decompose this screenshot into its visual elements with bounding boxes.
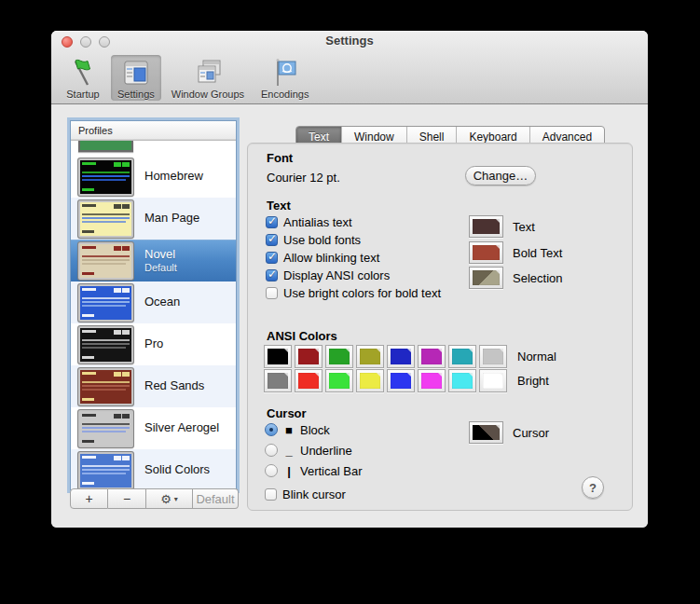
bold-text-color-well[interactable] [469, 241, 503, 264]
action-menu-button[interactable]: ⚙▾ [146, 488, 193, 509]
ansi-colors-heading: ANSI Colors [267, 329, 337, 343]
toolbar-item-encodings[interactable]: Encodings [254, 55, 315, 101]
radio-button [265, 464, 278, 477]
profiles-list-header[interactable]: Profiles [71, 121, 236, 141]
ansi-normal-label: Normal [517, 350, 556, 364]
help-button[interactable]: ? [582, 476, 604, 499]
profile-name: Man Page [144, 211, 199, 226]
ansi-well-white[interactable] [479, 345, 507, 368]
settings-panel: Font Courier 12 pt. Change… Text ✓ Antia… [247, 143, 633, 511]
profile-name: Solid Colors [144, 462, 210, 477]
ansi-well-magenta[interactable] [418, 345, 446, 368]
radio-block-cursor[interactable]: ■ Block [265, 422, 330, 437]
profiles-scroll-area[interactable]: Homebrew Man Page Novel Default Ocean [71, 141, 236, 489]
ansi-well-bright-black[interactable] [264, 369, 292, 392]
toolbar-label-settings: Settings [117, 89, 155, 100]
profile-row-solid-colors[interactable]: Solid Colors [71, 449, 236, 489]
checkbox-blink-cursor[interactable]: Blink cursor [265, 487, 346, 501]
profile-row-pro[interactable]: Pro [71, 323, 236, 365]
checkbox-use-bold-fonts[interactable]: ✓ Use bold fonts [266, 232, 361, 247]
ansi-well-red[interactable] [295, 345, 323, 368]
profile-name: Pro [144, 336, 163, 351]
screenshot-root: { "window": { "title": "Settings" }, "to… [0, 0, 700, 604]
encodings-un-flag-icon [270, 58, 300, 88]
ansi-bright-row: Bright [264, 369, 549, 392]
bold-text-color-row: Bold Text [469, 241, 562, 264]
profile-row-ocean[interactable]: Ocean [71, 281, 236, 323]
underline-cursor-glyph: _ [283, 444, 295, 458]
font-value: Courier 12 pt. [267, 171, 340, 185]
ansi-well-bright-magenta[interactable] [418, 369, 446, 392]
chevron-down-icon: ▾ [174, 495, 178, 503]
profile-row-red-sands[interactable]: Red Sands [71, 365, 236, 407]
toolbar-item-startup[interactable]: Startup [59, 55, 107, 101]
ansi-well-black[interactable] [264, 345, 292, 368]
ansi-well-bright-yellow[interactable] [356, 369, 384, 392]
ansi-well-bright-red[interactable] [295, 369, 323, 392]
radio-button [265, 444, 278, 457]
profiles-list: Profiles Homebrew Man Page Novel [70, 120, 237, 490]
titlebar[interactable]: Settings [51, 31, 648, 51]
profile-row-silver-aerogel[interactable]: Silver Aerogel [71, 407, 236, 449]
ansi-well-bright-blue[interactable] [387, 369, 415, 392]
ansi-well-cyan[interactable] [448, 345, 476, 368]
profiles-toolbar: + − ⚙▾ Default [70, 488, 239, 509]
text-color-row: Text [469, 215, 535, 238]
toolbar-label-window-groups: Window Groups [172, 89, 244, 100]
checkbox-box: ✓ [266, 216, 278, 228]
profile-default-badge: Default [144, 262, 177, 275]
profile-name: Silver Aerogel [144, 420, 219, 435]
checkbox-antialias-text[interactable]: ✓ Antialias text [266, 214, 352, 229]
ansi-well-bright-green[interactable] [325, 369, 353, 392]
profile-name: Homebrew [144, 169, 203, 184]
profile-thumbnail [78, 141, 133, 152]
ansi-well-bright-cyan[interactable] [448, 369, 476, 392]
startup-flag-icon [68, 58, 98, 88]
check-icon: ✓ [268, 232, 277, 245]
radio-vertical-bar-cursor[interactable]: | Vertical Bar [265, 463, 362, 478]
toolbar-item-window-groups[interactable]: Window Groups [165, 55, 251, 101]
text-color-well[interactable] [469, 215, 503, 238]
vertical-bar-cursor-glyph: | [283, 464, 295, 478]
remove-profile-button[interactable]: − [108, 488, 146, 509]
default-button[interactable]: Default [193, 488, 239, 509]
add-profile-button[interactable]: + [70, 488, 108, 509]
ansi-bright-label: Bright [517, 374, 549, 388]
settings-window-icon [121, 58, 151, 88]
profile-thumbnail [78, 200, 133, 238]
profile-name: Ocean [144, 295, 180, 309]
check-icon: ✓ [268, 214, 277, 227]
font-heading: Font [267, 151, 293, 165]
profile-thumbnail [78, 242, 133, 280]
profile-row-homebrew[interactable]: Homebrew [71, 156, 236, 198]
cursor-color-well[interactable] [469, 421, 503, 444]
profile-row-novel-selected[interactable]: Novel Default [71, 240, 236, 281]
profile-thumbnail [78, 452, 133, 489]
profile-row-partial[interactable] [71, 141, 236, 156]
selection-color-well[interactable] [469, 267, 503, 289]
change-font-button[interactable]: Change… [465, 166, 536, 185]
checkbox-box: ✓ [266, 252, 278, 264]
check-icon: ✓ [268, 268, 277, 281]
ansi-well-yellow[interactable] [356, 345, 384, 368]
profile-row-man-page[interactable]: Man Page [71, 198, 236, 240]
selection-color-row: Selection [469, 267, 562, 289]
toolbar-item-settings[interactable]: Settings [111, 55, 161, 101]
profile-thumbnail [78, 326, 133, 364]
profile-thumbnail [78, 284, 133, 322]
text-heading: Text [267, 199, 291, 213]
window-groups-icon [193, 58, 223, 88]
toolbar-label-startup: Startup [66, 89, 99, 100]
check-icon: ✓ [268, 250, 277, 263]
checkbox-allow-blinking-text[interactable]: ✓ Allow blinking text [266, 250, 379, 265]
ansi-well-green[interactable] [325, 345, 353, 368]
ansi-well-bright-white[interactable] [479, 369, 507, 392]
gear-icon: ⚙ [160, 492, 172, 506]
checkbox-bright-colors-bold[interactable]: Use bright colors for bold text [266, 285, 441, 300]
checkbox-box [265, 488, 277, 501]
checkbox-box: ✓ [266, 234, 278, 246]
cursor-color-row: Cursor [469, 421, 549, 444]
radio-underline-cursor[interactable]: _ Underline [265, 443, 352, 458]
ansi-well-blue[interactable] [387, 345, 415, 368]
checkbox-display-ansi-colors[interactable]: ✓ Display ANSI colors [266, 268, 390, 282]
